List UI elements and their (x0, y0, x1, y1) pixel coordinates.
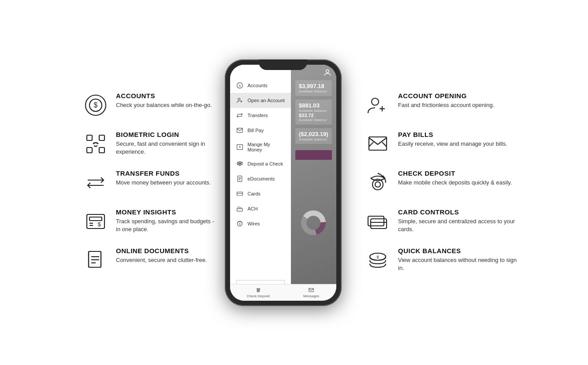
svg-point-33 (239, 163, 240, 165)
svg-text:$: $ (239, 145, 241, 149)
card-controls-text: CARD CONTROLS Simple, secure and central… (398, 208, 523, 234)
menu-item-ach[interactable]: ACH (230, 201, 291, 216)
menu-item-transfers[interactable]: Transfers (230, 108, 291, 123)
quick-balances-desc: View account balances without needing to… (398, 256, 523, 273)
profile-icon[interactable] (323, 68, 332, 79)
phone-notch (259, 59, 307, 70)
menu-item-cards[interactable]: Cards (230, 186, 291, 201)
pay-bills-title: PAY BILLS (398, 131, 507, 138)
action-button[interactable] (295, 150, 332, 160)
transfer-text: TRANSFER FUNDS Move money between your a… (116, 170, 211, 187)
account-amount-2b: $33.72 (299, 113, 328, 118)
account-amount-1: $3,997.18 (299, 83, 328, 89)
svg-point-53 (372, 98, 379, 105)
menu-item-open-account[interactable]: Open an Account (230, 93, 291, 108)
biometric-desc: Secure, fast and convenient sign in expe… (116, 140, 215, 157)
account-card-1: $3,997.18 Available Balance (295, 80, 332, 96)
menu-label-edocuments: eDocuments (248, 176, 275, 181)
menu-item-deposit-check[interactable]: Deposit a Check (230, 156, 291, 171)
menu-label-accounts: Accounts (248, 83, 268, 88)
menu-item-edocuments[interactable]: eDocuments (230, 171, 291, 186)
check-deposit-icon (365, 170, 391, 196)
account-opening-icon (365, 92, 391, 118)
money-insights-icon: $ (82, 208, 109, 235)
accounts-panel: $3,997.18 Available Balance $881.03 Avai… (291, 65, 336, 301)
phone-mockup: $ Accounts Open an A (219, 59, 347, 306)
accounts-text: ACCOUNTS Check your balances while on-th… (116, 92, 212, 110)
svg-text:$: $ (97, 221, 101, 228)
svg-rect-38 (237, 192, 242, 195)
menu-item-accounts[interactable]: $ Accounts (230, 78, 291, 93)
svg-point-21 (326, 70, 329, 73)
feature-online-docs: ONLINE DOCUMENTS Convenient, secure and … (82, 247, 215, 273)
menu-label-deposit-check: Deposit a Check (248, 161, 283, 166)
feature-account-opening: ACCOUNT OPENING Fast and frictionless ac… (365, 92, 523, 118)
menu-item-billpay[interactable]: Bill Pay (230, 123, 291, 138)
account-amount-3: ($2,023.19) (299, 131, 328, 137)
menu-label-transfers: Transfers (248, 113, 268, 118)
card-controls-desc: Simple, secure and centralized access to… (398, 218, 523, 234)
online-docs-text: ONLINE DOCUMENTS Convenient, secure and … (116, 247, 207, 265)
bottom-nav-check-label: Check Deposit (247, 294, 270, 298)
right-features: ACCOUNT OPENING Fast and frictionless ac… (351, 92, 523, 273)
svg-line-57 (369, 142, 373, 147)
account-opening-desc: Fast and frictionless account opening. (398, 101, 494, 110)
menu-label-open-account: Open an Account (248, 98, 285, 103)
check-deposit-text: CHECK DEPOSIT Make mobile check deposits… (398, 170, 512, 187)
biometric-text: BIOMETRIC LOGIN Secure, fast and conveni… (116, 131, 215, 157)
feature-biometric: BIOMETRIC LOGIN Secure, fast and conveni… (82, 131, 215, 157)
donut-area (295, 167, 332, 279)
svg-rect-6 (99, 147, 104, 153)
svg-point-7 (93, 142, 95, 144)
account-label-2: Available Balance (299, 109, 328, 113)
svg-point-60 (375, 182, 380, 187)
menu-item-wires[interactable]: $ Wires (230, 216, 291, 231)
svg-point-8 (97, 142, 98, 144)
card-controls-title: CARD CONTROLS (398, 208, 523, 216)
quick-balances-title: QUICK BALANCES (398, 247, 523, 254)
svg-rect-29 (237, 128, 242, 133)
account-amount-2: $881.03 (299, 102, 328, 109)
main-container: $ ACCOUNTS Check your balances while on-… (0, 59, 588, 306)
svg-rect-3 (87, 135, 92, 140)
pay-bills-text: PAY BILLS Easily receive, view and manag… (398, 131, 507, 148)
feature-quick-balances: $ QUICK BALANCES View account balances w… (365, 247, 523, 273)
check-deposit-title: CHECK DEPOSIT (398, 170, 512, 177)
svg-text:$: $ (239, 84, 241, 88)
check-deposit-desc: Make mobile check deposits quickly & eas… (398, 179, 512, 187)
account-label-1: Available Balance (299, 89, 328, 93)
account-label-3: Available Balance (299, 137, 328, 141)
accounts-title: ACCOUNTS (116, 92, 212, 100)
bottom-nav-messages[interactable]: Messages (303, 287, 319, 298)
menu-item-manage-money[interactable]: $ Mange My Money (230, 138, 291, 156)
menu-label-cards: Cards (248, 191, 261, 196)
svg-rect-5 (87, 147, 92, 153)
transfer-icon (82, 170, 109, 196)
account-card-3: ($2,023.19) Available Balance (295, 128, 332, 144)
feature-money-insights: $ MONEY INSIGHTS Track spending, savings… (82, 208, 215, 235)
svg-point-50 (257, 289, 260, 292)
bottom-nav: Check Deposit Messages (230, 284, 336, 301)
phone-screen: $ Accounts Open an A (230, 65, 336, 301)
accounts-desc: Check your balances while on-the-go. (116, 101, 212, 110)
bottom-nav-messages-label: Messages (303, 294, 319, 298)
svg-rect-52 (309, 288, 314, 291)
accounts-icon: $ (82, 92, 109, 118)
money-insights-text: MONEY INSIGHTS Track spending, savings a… (116, 208, 215, 234)
feature-check-deposit: CHECK DEPOSIT Make mobile check deposits… (365, 170, 523, 196)
biometric-icon (82, 131, 109, 157)
pay-bills-desc: Easily receive, view and manage your bil… (398, 140, 507, 148)
svg-rect-12 (89, 217, 102, 221)
svg-point-24 (238, 98, 240, 100)
svg-point-51 (257, 290, 259, 291)
svg-rect-40 (237, 209, 242, 211)
account-card-2: $881.03 Available Balance $33.72 Availab… (295, 100, 332, 125)
quick-balances-icon: $ (365, 247, 391, 273)
bottom-nav-check-deposit[interactable]: Check Deposit (247, 287, 270, 298)
feature-accounts: $ ACCOUNTS Check your balances while on-… (82, 92, 215, 118)
transfer-desc: Move money between your accounts. (116, 179, 211, 187)
account-label-2b: Available Balance (299, 118, 328, 122)
card-controls-icon (365, 208, 391, 235)
svg-rect-11 (87, 214, 104, 229)
left-features: $ ACCOUNTS Check your balances while on-… (65, 92, 215, 273)
